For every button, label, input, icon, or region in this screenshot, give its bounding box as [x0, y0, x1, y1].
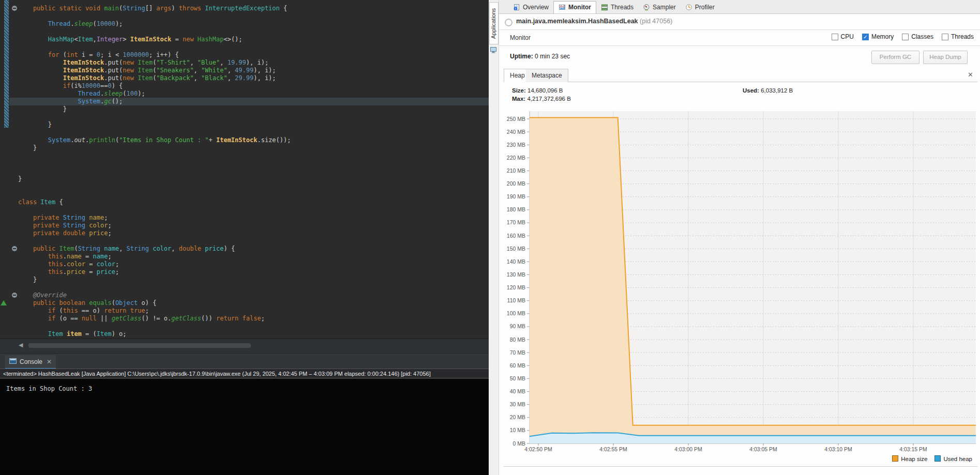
- svg-text:220 MB: 220 MB: [507, 155, 525, 161]
- overview-icon: [513, 4, 520, 11]
- code-line: ItemInStock.put(new Item("Backpack", "Bl…: [0, 74, 489, 82]
- code-line: [0, 113, 489, 121]
- perform-gc-button[interactable]: Perform GC: [871, 51, 919, 64]
- heap-used-stat: Used: 6,033,912 B: [743, 87, 793, 94]
- code-line: System.out.println("Items in Shop Count …: [0, 136, 489, 144]
- code-line: for (int i = 0; i < 1000000; i++) {: [0, 51, 489, 59]
- code-line: [0, 129, 489, 136]
- checkbox-classes[interactable]: Classes: [902, 33, 933, 40]
- code-line: }: [0, 276, 489, 284]
- svg-text:130 MB: 130 MB: [507, 271, 525, 278]
- code-line: [0, 284, 489, 292]
- svg-text:230 MB: 230 MB: [507, 142, 525, 148]
- monitor-icon: [559, 4, 566, 11]
- applications-strip: Applications: [489, 0, 499, 475]
- svg-text:170 MB: 170 MB: [507, 219, 525, 225]
- code-line: Thread.sleep(100);: [0, 90, 489, 98]
- monitor-content: Uptime: 0 min 23 sec Perform GCHeap Dump…: [499, 46, 980, 475]
- editor-hscrollbar[interactable]: ◀: [0, 339, 489, 354]
- code-line: [0, 12, 489, 20]
- code-line: System.gc();: [0, 98, 489, 105]
- heap-size-stat: Size: 14,680,096 B: [512, 87, 563, 94]
- tab-console[interactable]: Console ✕: [5, 355, 56, 369]
- scrollbar-thumb[interactable]: [28, 343, 251, 348]
- code-line: @Override: [0, 292, 489, 299]
- code-line: [0, 206, 489, 214]
- svg-text:4:03:00 PM: 4:03:00 PM: [674, 446, 702, 452]
- code-line: HashMap<Item,Integer> ItemInStock = new …: [0, 36, 489, 43]
- checkbox-box[interactable]: [832, 34, 838, 40]
- console-tabbar: Console ✕: [0, 353, 489, 369]
- svg-text:100 MB: 100 MB: [507, 310, 525, 316]
- code-line: this.name = name;: [0, 253, 489, 261]
- console-output-area[interactable]: Items in Shop Count : 3: [0, 379, 489, 475]
- code-line: if(i%10000==0) {: [0, 82, 489, 90]
- code-line: if (o == null || getClass() != o.getClas…: [0, 315, 489, 323]
- code-line: private String color;: [0, 222, 489, 229]
- checkbox-threads[interactable]: Threads: [942, 33, 974, 40]
- code-line: Thread.sleep(10000);: [0, 20, 489, 28]
- tab-profiler[interactable]: Profiler: [681, 2, 719, 13]
- code-line: }: [0, 121, 489, 129]
- svg-text:190 MB: 190 MB: [507, 193, 525, 200]
- svg-text:10 MB: 10 MB: [510, 427, 525, 433]
- svg-text:50 MB: 50 MB: [510, 375, 525, 381]
- close-memory-view-icon[interactable]: ✕: [968, 71, 973, 79]
- fold-icon[interactable]: [12, 6, 17, 11]
- window-icon[interactable]: [490, 47, 497, 54]
- code-line: ItemInStock.put(new Item("T-Shirt", "Blu…: [0, 59, 489, 67]
- svg-text:4:03:05 PM: 4:03:05 PM: [749, 446, 777, 452]
- close-icon[interactable]: ✕: [47, 358, 52, 365]
- code-line: [0, 167, 489, 175]
- code-line: this.price = price;: [0, 268, 489, 276]
- fold-icon[interactable]: [12, 246, 17, 251]
- application-name: main.java.memleaksim.HashBasedLeak (pid …: [516, 18, 672, 25]
- code-line: [0, 323, 489, 330]
- code-line: [0, 237, 489, 245]
- heap-max-stat: Max: 4,217,372,696 B: [512, 96, 571, 102]
- override-marker-icon[interactable]: [1, 300, 7, 305]
- checkbox-cpu[interactable]: CPU: [832, 33, 854, 40]
- checkbox-box[interactable]: [902, 34, 909, 40]
- code-line: [0, 160, 489, 167]
- heap-chart: 4:02:50 PM4:02:55 PM4:03:00 PM4:03:05 PM…: [504, 106, 977, 455]
- status-ring-icon: [505, 19, 512, 26]
- code-line: if (this == o) return true;: [0, 307, 489, 315]
- sampler-icon: [643, 4, 650, 11]
- checkbox-box[interactable]: ✓: [862, 34, 869, 40]
- chart-legend: Heap sizeUsed heap: [892, 455, 972, 462]
- fold-icon[interactable]: [12, 293, 17, 298]
- svg-text:4:03:10 PM: 4:03:10 PM: [824, 446, 852, 452]
- application-pid: (pid 47056): [638, 18, 673, 25]
- svg-text:160 MB: 160 MB: [507, 233, 525, 239]
- code-line: public boolean equals(Object o) {: [0, 299, 489, 307]
- scroll-left-icon[interactable]: ◀: [19, 342, 23, 348]
- svg-text:210 MB: 210 MB: [507, 167, 525, 174]
- legend-swatch: [892, 455, 898, 462]
- code-line: }: [0, 144, 489, 152]
- tab-sampler[interactable]: Sampler: [638, 2, 681, 13]
- code-line: private String name;: [0, 214, 489, 222]
- checkbox-box[interactable]: [942, 34, 948, 40]
- tab-metaspace[interactable]: Metaspace: [526, 69, 568, 82]
- svg-text:120 MB: 120 MB: [507, 284, 525, 290]
- tab-threads[interactable]: Threads: [596, 2, 638, 13]
- console-output-line: Items in Shop Count : 3: [6, 385, 489, 392]
- heap-dump-button[interactable]: Heap Dump: [923, 51, 968, 64]
- tab-monitor[interactable]: Monitor: [553, 1, 596, 13]
- eclipse-panel: public static void main(String[] args) t…: [0, 0, 489, 475]
- svg-text:240 MB: 240 MB: [507, 129, 525, 135]
- svg-text:250 MB: 250 MB: [507, 116, 525, 122]
- code-line: [0, 152, 489, 160]
- code-editor[interactable]: public static void main(String[] args) t…: [0, 0, 489, 339]
- svg-text:110 MB: 110 MB: [507, 297, 525, 303]
- code-line: }: [0, 175, 489, 183]
- monitor-toolbar: Monitor CPU✓MemoryClassesThreads: [499, 30, 980, 46]
- heap-panel: Size: 14,680,096 B Used: 6,033,912 B Max…: [504, 82, 977, 467]
- applications-tab[interactable]: Applications: [489, 2, 499, 44]
- legend-item-heap-size: Heap size: [892, 455, 927, 462]
- checkbox-memory[interactable]: ✓Memory: [862, 33, 894, 40]
- console-status: <terminated> HashBasedLeak [Java Applica…: [0, 369, 489, 378]
- uptime: Uptime: 0 min 23 sec: [510, 53, 570, 60]
- tab-overview[interactable]: Overview: [508, 2, 553, 13]
